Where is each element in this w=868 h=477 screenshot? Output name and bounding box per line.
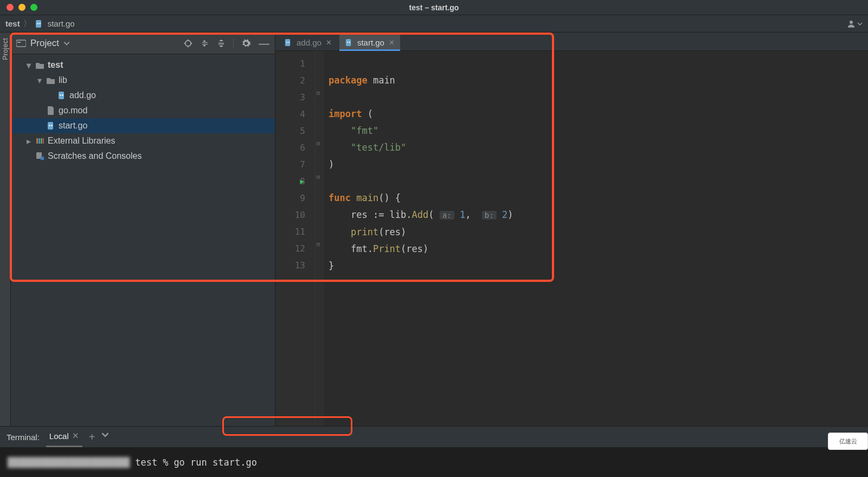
code-token: res := lib. <box>351 209 412 220</box>
svg-point-27 <box>347 41 348 42</box>
tree-label: start.go <box>59 121 87 131</box>
gear-icon[interactable] <box>241 38 251 48</box>
code-token: main <box>373 75 395 86</box>
chevron-down-icon[interactable]: ▾ <box>25 60 33 70</box>
param-hint: b: <box>482 211 497 220</box>
svg-rect-5 <box>17 42 21 43</box>
code-token: () { <box>378 192 401 203</box>
library-icon <box>35 137 46 145</box>
fold-close-icon[interactable]: ⊟ <box>317 135 320 152</box>
line-number[interactable]: 4 <box>275 106 305 123</box>
tree-label: test <box>48 60 63 70</box>
svg-rect-17 <box>36 138 38 144</box>
code-content[interactable]: package main import ( "fmt" "test/lib" )… <box>324 51 868 426</box>
code-token: (res) <box>378 227 406 237</box>
tab-start-go[interactable]: start.go ✕ <box>339 34 400 50</box>
svg-point-13 <box>62 94 63 96</box>
terminal-body[interactable]: ██████████████████████ test % go run sta… <box>0 448 868 477</box>
line-number[interactable]: 1 <box>275 55 305 72</box>
svg-rect-20 <box>43 138 44 144</box>
fold-open-icon[interactable]: ⊟ <box>317 85 320 101</box>
fold-open-icon[interactable]: ⊟ <box>317 169 320 185</box>
terminal-label: Terminal: <box>7 433 40 442</box>
tree-file-go-mod[interactable]: go.mod <box>11 103 275 118</box>
run-gutter-icon[interactable]: ▶ <box>300 173 304 190</box>
terminal-header: Terminal: Local ✕ + <box>0 426 868 448</box>
line-number[interactable]: 11 <box>275 223 305 240</box>
svg-point-16 <box>51 125 53 126</box>
fold-column[interactable]: ⊟ ⊟ ⊟ ⊟ <box>316 51 324 426</box>
tree-root-test[interactable]: ▾ test <box>11 57 275 73</box>
tree-file-start-go[interactable]: start.go <box>11 118 275 133</box>
svg-point-28 <box>349 41 350 42</box>
project-panel: Project — ▾ test ▾ <box>11 33 275 426</box>
collapse-all-icon[interactable] <box>217 39 226 48</box>
terminal-user-blurred: ██████████████████████ <box>8 457 130 468</box>
line-number[interactable]: 9 <box>275 190 305 207</box>
project-view-icon <box>16 39 26 48</box>
breadcrumb-root[interactable]: test <box>5 19 20 28</box>
line-number[interactable]: 8 ▶ <box>275 173 305 190</box>
tab-add-go[interactable]: add.go ✕ <box>279 34 337 50</box>
code-token: } <box>329 260 334 271</box>
breadcrumb-file[interactable]: start.go <box>48 19 75 28</box>
chevron-right-icon[interactable]: ▸ <box>25 136 33 146</box>
code-token: "test/lib" <box>351 142 406 153</box>
tab-label: start.go <box>357 38 384 47</box>
minimize-window-icon[interactable] <box>18 4 25 11</box>
tree-file-add-go[interactable]: add.go <box>11 88 275 103</box>
line-number[interactable]: 10 <box>275 207 305 223</box>
line-number[interactable]: 2 <box>275 72 305 89</box>
terminal-command: go run start.go <box>173 457 257 468</box>
tree-external-libraries[interactable]: ▸ External Libraries <box>11 133 275 149</box>
line-number[interactable]: 6 <box>275 139 305 156</box>
svg-point-6 <box>185 40 191 46</box>
tool-window-label[interactable]: Project <box>2 38 9 60</box>
terminal-tab-local[interactable]: Local ✕ <box>46 431 82 443</box>
maximize-window-icon[interactable] <box>30 4 37 11</box>
chevron-down-icon[interactable]: ▾ <box>36 75 43 86</box>
line-number[interactable]: 5 <box>275 123 305 139</box>
code-token: print <box>351 227 378 237</box>
scratches-icon <box>35 152 46 160</box>
tool-window-stripe[interactable]: Project <box>0 33 11 426</box>
close-window-icon[interactable] <box>7 4 14 11</box>
fold-close-icon[interactable]: ⊟ <box>317 236 320 253</box>
chevron-down-icon <box>857 21 863 27</box>
user-indicator[interactable] <box>846 19 863 29</box>
tree-folder-lib[interactable]: ▾ lib <box>11 73 275 88</box>
chevron-down-icon[interactable] <box>101 431 109 439</box>
main-area: Project Project — ▾ <box>0 33 868 426</box>
header-divider <box>233 38 234 48</box>
line-number[interactable]: 3 <box>275 89 305 106</box>
line-number[interactable]: 12 <box>275 240 305 257</box>
code-editor[interactable]: 1 2 3 4 5 6 7 8 ▶ 9 10 11 12 13 ⊟ ⊟ <box>275 51 868 426</box>
svg-point-1 <box>37 23 38 24</box>
breadcrumb-separator-icon: 〉 <box>23 18 31 29</box>
line-number[interactable]: 7 <box>275 156 305 173</box>
svg-point-2 <box>39 23 41 24</box>
terminal-prompt-symbol: % <box>163 457 168 468</box>
breadcrumb-bar: test 〉 start.go <box>0 15 868 33</box>
close-icon[interactable]: ✕ <box>389 38 395 47</box>
code-token: , <box>465 209 471 220</box>
svg-rect-18 <box>38 138 40 144</box>
go-file-icon <box>56 91 67 100</box>
expand-all-icon[interactable] <box>201 39 209 48</box>
project-header-actions: — <box>183 38 269 48</box>
project-tree[interactable]: ▾ test ▾ lib add.go <box>11 54 275 426</box>
close-icon[interactable]: ✕ <box>326 38 332 47</box>
tab-label: add.go <box>297 38 322 47</box>
close-icon[interactable]: ✕ <box>72 431 79 441</box>
line-gutter[interactable]: 1 2 3 4 5 6 7 8 ▶ 9 10 11 12 13 <box>275 51 316 426</box>
line-number[interactable]: 13 <box>275 257 305 274</box>
terminal-actions: + <box>89 431 110 443</box>
code-token: func <box>329 192 351 203</box>
add-terminal-icon[interactable]: + <box>89 431 95 443</box>
watermark-text: 亿速云 <box>839 437 857 446</box>
svg-point-15 <box>49 125 50 126</box>
code-token: main <box>356 192 378 203</box>
project-header-title-group[interactable]: Project <box>16 38 70 49</box>
locate-icon[interactable] <box>183 38 193 48</box>
tree-scratches[interactable]: Scratches and Consoles <box>11 149 275 164</box>
